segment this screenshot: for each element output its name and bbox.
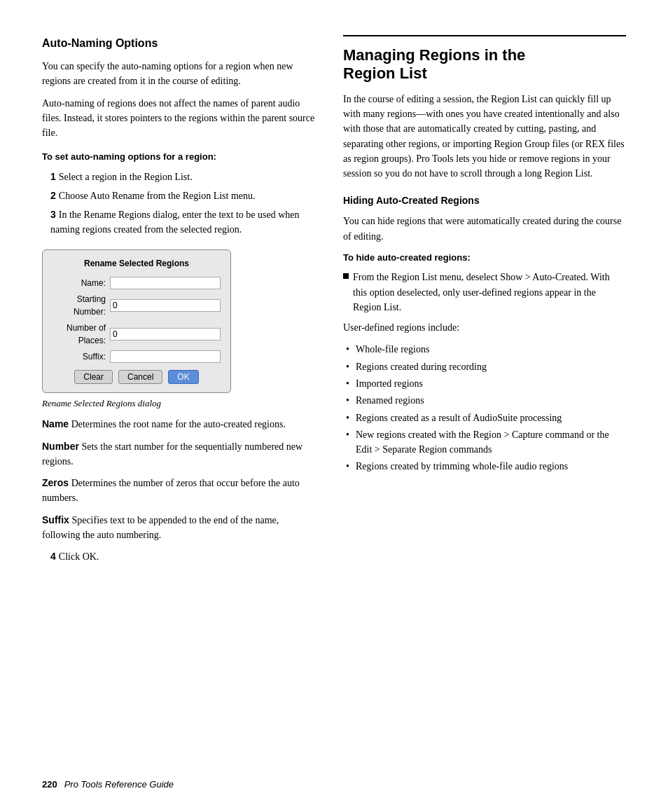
step-4-text: Click OK. <box>59 551 99 562</box>
step-1-num: 1 <box>50 171 56 182</box>
step-2-text: Choose Auto Rename from the Region List … <box>59 191 256 201</box>
dialog-input-places[interactable] <box>110 328 221 340</box>
right-intro-p: In the course of editing a session, the … <box>343 92 626 181</box>
from-bullet-item: From the Region List menu, deselect Show… <box>343 270 626 315</box>
left-intro-p2: Auto-naming of regions does not affect t… <box>42 96 315 141</box>
page: Auto-Naming Options You can specify the … <box>0 0 668 812</box>
list-item: Regions created by trimming whole-file a… <box>343 459 626 474</box>
list-item: Renamed regions <box>343 393 626 408</box>
step-2: 2Choose Auto Rename from the Region List… <box>42 188 315 203</box>
number-text: Sets the start number for the sequential… <box>42 441 302 467</box>
left-section-title: Auto-Naming Options <box>42 35 315 52</box>
step-3: 3In the Rename Regions dialog, enter the… <box>42 207 315 237</box>
dialog-buttons: Clear Cancel OK <box>53 370 221 384</box>
list-item: Regions created during recording <box>343 359 626 374</box>
zeros-label: Zeros <box>42 477 69 488</box>
two-column-layout: Auto-Naming Options You can specify the … <box>42 35 626 568</box>
number-desc: Number Sets the start number for the seq… <box>42 439 315 469</box>
dialog-title: Rename Selected Regions <box>53 257 221 270</box>
bullet-square-icon <box>343 273 349 279</box>
hiding-title: Hiding Auto-Created Regions <box>343 193 626 208</box>
dialog-field-places: Number of Places: <box>53 322 221 347</box>
name-desc: Name Determines the root name for the au… <box>42 417 315 432</box>
step-4: 4Click OK. <box>42 549 315 564</box>
list-item: Regions created as a result of AudioSuit… <box>343 411 626 425</box>
dialog-wrapper: Rename Selected Regions Name: Starting N… <box>42 249 315 411</box>
right-section-title: Managing Regions in the Region List <box>343 46 626 83</box>
step-1: 1Select a region in the Region List. <box>42 170 315 184</box>
hiding-p: You can hide regions that were automatic… <box>343 214 626 244</box>
from-menu-text: From the Region List menu, deselect Show… <box>353 270 626 315</box>
footer-title: Pro Tools Reference Guide <box>64 778 174 792</box>
suffix-text: Specifies text to be appended to the end… <box>42 515 279 540</box>
dialog-field-suffix: Suffix: <box>53 350 221 363</box>
ok-button[interactable]: OK <box>168 370 198 384</box>
footer-page-number: 220 <box>42 778 57 792</box>
list-item: Whole-file regions <box>343 342 626 357</box>
step-4-num: 4 <box>50 551 56 562</box>
left-column: Auto-Naming Options You can specify the … <box>42 35 315 568</box>
dialog-field-starting: Starting Number: <box>53 293 221 318</box>
list-item: Imported regions <box>343 376 626 391</box>
zeros-desc: Zeros Determines the number of zeros tha… <box>42 476 315 506</box>
name-label: Name <box>42 418 69 429</box>
right-title-line2: Region List <box>343 64 427 82</box>
dialog-label-name: Name: <box>53 277 110 289</box>
user-defined-label: User-defined regions include: <box>343 320 626 335</box>
step-3-num: 3 <box>50 209 56 220</box>
dialog-label-suffix: Suffix: <box>53 350 110 363</box>
list-item: New regions created with the Region > Ca… <box>343 427 626 457</box>
dialog-caption: Rename Selected Regions dialog <box>42 397 315 411</box>
cancel-button[interactable]: Cancel <box>118 370 162 384</box>
to-hide-label: To hide auto-created regions: <box>343 251 626 265</box>
dialog-input-name[interactable] <box>110 277 221 289</box>
footer: 220 Pro Tools Reference Guide <box>42 778 626 792</box>
step-2-num: 2 <box>50 190 56 201</box>
zeros-text: Determines the number of zeros that occu… <box>42 478 300 503</box>
dialog-field-name: Name: <box>53 277 221 289</box>
name-text: Determines the root name for the auto-cr… <box>69 419 286 429</box>
dialog-input-starting[interactable] <box>110 299 221 312</box>
suffix-desc: Suffix Specifies text to be appended to … <box>42 513 315 543</box>
left-intro-p1: You can specify the auto-naming options … <box>42 59 315 89</box>
step-1-text: Select a region in the Region List. <box>59 172 193 182</box>
clear-button[interactable]: Clear <box>74 370 113 384</box>
dialog-label-places: Number of Places: <box>53 322 110 347</box>
suffix-label: Suffix <box>42 514 69 525</box>
step-3-text: In the Rename Regions dialog, enter the … <box>50 209 299 235</box>
dialog-label-starting: Starting Number: <box>53 293 110 318</box>
step-intro-label: To set auto-naming options for a region: <box>42 150 315 164</box>
right-column: Managing Regions in the Region List In t… <box>343 35 626 568</box>
bullet-list: Whole-file regions Regions created durin… <box>343 342 626 474</box>
right-title-line1: Managing Regions in the <box>343 46 525 64</box>
number-label: Number <box>42 441 79 452</box>
dialog-input-suffix[interactable] <box>110 350 221 363</box>
rename-dialog: Rename Selected Regions Name: Starting N… <box>42 249 231 393</box>
